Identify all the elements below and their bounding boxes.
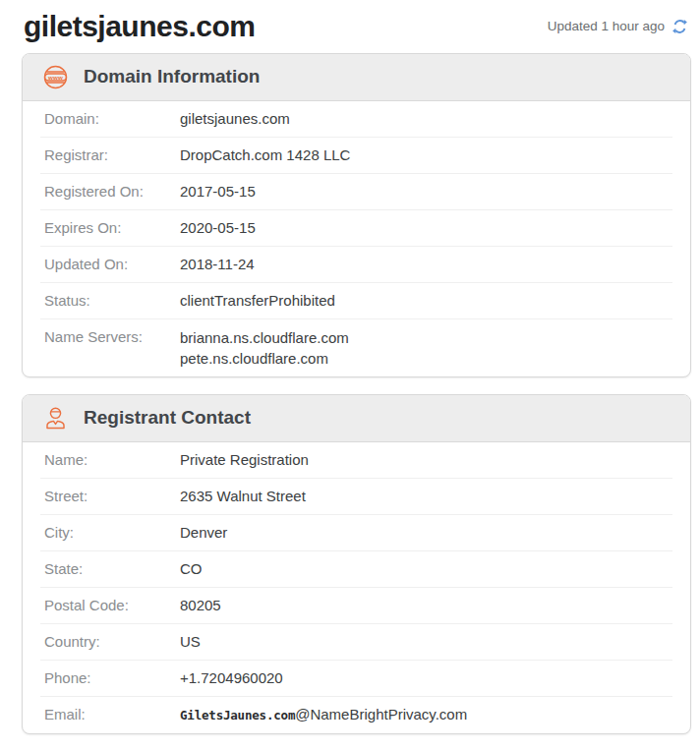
domain-information-card: www Domain Information Domain:giletsjaun…: [22, 53, 691, 377]
table-row: Registered On:2017-05-15: [40, 174, 672, 210]
table-row: Status:clientTransferProhibited: [40, 283, 672, 319]
field-value: US: [180, 632, 201, 652]
field-value: 2018-11-24: [180, 255, 255, 274]
field-label: Registrar:: [44, 145, 180, 165]
obfuscated-email-image: GiletsJaunes.com: [180, 708, 295, 722]
table-row: Domain:giletsjaunes.com: [40, 101, 672, 138]
www-globe-icon: www: [42, 64, 69, 90]
table-row: Country:US: [40, 624, 672, 661]
domain-information-header: www Domain Information: [23, 54, 690, 101]
field-value: clientTransferProhibited: [180, 291, 335, 311]
updated-text: Updated 1 hour ago: [548, 19, 665, 33]
field-label: Registered On:: [44, 182, 180, 202]
field-value: giletsjaunes.com: [180, 109, 290, 129]
whois-page: giletsjaunes.com Updated 1 hour ago: [0, 0, 700, 751]
table-row: Street:2635 Walnut Street: [40, 479, 672, 515]
page-title: giletsjaunes.com: [24, 8, 255, 45]
field-label: Country:: [44, 632, 180, 652]
field-label: Email:: [44, 705, 180, 725]
field-label: Street:: [44, 487, 180, 506]
table-row: Expires On:2020-05-15: [40, 210, 672, 247]
field-label: Name Servers:: [44, 327, 180, 369]
field-value: +1.7204960020: [180, 668, 283, 688]
table-row: Updated On:2018-11-24: [40, 247, 672, 283]
field-label: Expires On:: [44, 218, 180, 238]
field-value: GiletsJaunes.com@NameBrightPrivacy.com: [180, 705, 467, 725]
field-label: Name:: [44, 450, 180, 470]
field-value: Private Registration: [180, 450, 309, 470]
table-row: Registrar:DropCatch.com 1428 LLC: [40, 138, 672, 174]
table-row: State:CO: [40, 551, 672, 588]
refresh-icon[interactable]: [671, 19, 688, 34]
field-label: State:: [44, 559, 180, 579]
field-value: 2020-05-15: [180, 218, 256, 238]
updated-status: Updated 1 hour ago: [548, 19, 688, 34]
field-label: Updated On:: [44, 255, 180, 274]
field-label: Domain:: [44, 109, 180, 129]
page-header: giletsjaunes.com Updated 1 hour ago: [0, 6, 700, 53]
registrant-contact-header: Registrant Contact: [23, 395, 690, 442]
field-label: Status:: [44, 291, 180, 311]
table-row: Name:Private Registration: [40, 442, 672, 479]
field-label: City:: [44, 523, 180, 543]
field-label: Phone:: [44, 668, 180, 688]
card-title: Registrant Contact: [84, 407, 251, 429]
field-value: Denver: [180, 523, 227, 543]
table-row: Email:GiletsJaunes.com@NameBrightPrivacy…: [40, 697, 672, 733]
svg-text:www: www: [47, 73, 63, 80]
field-value: brianna.ns.cloudflare.compete.ns.cloudfl…: [180, 327, 349, 369]
field-value: DropCatch.com 1428 LLC: [180, 145, 350, 165]
registrant-contact-card: Registrant Contact Name:Private Registra…: [22, 394, 691, 734]
domain-information-rows: Domain:giletsjaunes.comRegistrar:DropCat…: [23, 101, 690, 376]
table-row: Phone:+1.7204960020: [40, 661, 672, 697]
table-row: Postal Code:80205: [40, 588, 672, 624]
field-value: CO: [180, 559, 203, 579]
table-row: Name Servers:brianna.ns.cloudflare.compe…: [40, 319, 672, 376]
field-value: 2635 Walnut Street: [180, 487, 306, 506]
field-value: 80205: [180, 596, 221, 615]
card-title: Domain Information: [84, 66, 260, 87]
table-row: City:Denver: [40, 515, 672, 551]
registrant-contact-rows: Name:Private RegistrationStreet:2635 Wal…: [23, 442, 690, 733]
field-label: Postal Code:: [44, 596, 180, 615]
person-icon: [42, 405, 69, 432]
field-value: 2017-05-15: [180, 182, 256, 202]
